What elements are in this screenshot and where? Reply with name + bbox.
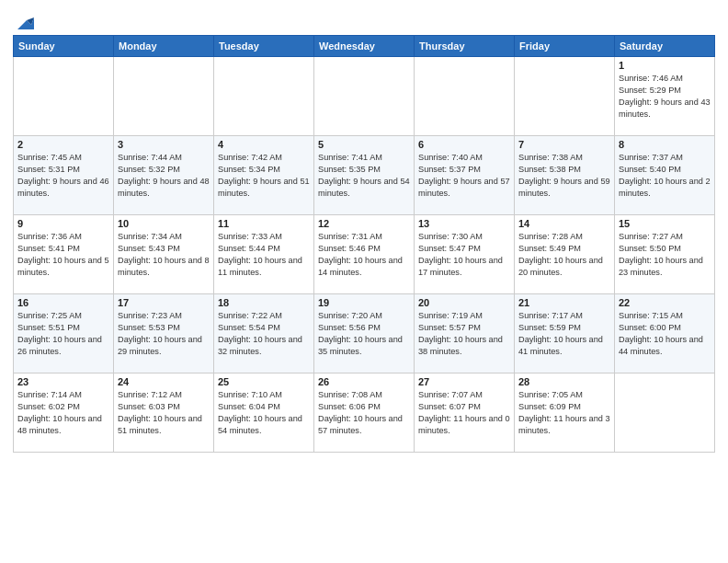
calendar-table: SundayMondayTuesdayWednesdayThursdayFrid…	[13, 35, 715, 453]
calendar-cell: 27Sunrise: 7:07 AM Sunset: 6:07 PM Dayli…	[415, 373, 515, 453]
day-number: 11	[218, 218, 310, 229]
calendar-cell: 1Sunrise: 7:46 AM Sunset: 5:29 PM Daylig…	[615, 57, 715, 136]
calendar-cell: 28Sunrise: 7:05 AM Sunset: 6:09 PM Dayli…	[515, 373, 615, 453]
day-info: Sunrise: 7:19 AM Sunset: 5:57 PM Dayligh…	[418, 310, 510, 358]
day-number: 1	[619, 60, 711, 71]
calendar-cell: 25Sunrise: 7:10 AM Sunset: 6:04 PM Dayli…	[214, 373, 314, 453]
weekday-header: Monday	[114, 36, 214, 57]
calendar-cell: 26Sunrise: 7:08 AM Sunset: 6:06 PM Dayli…	[314, 373, 415, 453]
day-number: 25	[218, 376, 310, 387]
day-number: 7	[518, 139, 610, 150]
day-info: Sunrise: 7:15 AM Sunset: 6:00 PM Dayligh…	[619, 310, 711, 358]
calendar-cell: 15Sunrise: 7:27 AM Sunset: 5:50 PM Dayli…	[615, 215, 715, 294]
calendar-week: 16Sunrise: 7:25 AM Sunset: 5:51 PM Dayli…	[14, 294, 715, 373]
calendar-cell: 23Sunrise: 7:14 AM Sunset: 6:02 PM Dayli…	[14, 373, 114, 453]
weekday-header: Tuesday	[214, 36, 314, 57]
calendar-cell	[14, 57, 114, 136]
day-info: Sunrise: 7:17 AM Sunset: 5:59 PM Dayligh…	[518, 310, 610, 358]
day-number: 12	[318, 218, 410, 229]
calendar-cell: 8Sunrise: 7:37 AM Sunset: 5:40 PM Daylig…	[615, 136, 715, 215]
day-number: 14	[518, 218, 610, 229]
day-number: 17	[118, 297, 210, 308]
calendar-cell	[114, 57, 214, 136]
day-number: 10	[118, 218, 210, 229]
day-info: Sunrise: 7:23 AM Sunset: 5:53 PM Dayligh…	[118, 310, 210, 358]
calendar-cell: 24Sunrise: 7:12 AM Sunset: 6:03 PM Dayli…	[114, 373, 214, 453]
calendar-cell: 9Sunrise: 7:36 AM Sunset: 5:41 PM Daylig…	[14, 215, 114, 294]
day-info: Sunrise: 7:27 AM Sunset: 5:50 PM Dayligh…	[619, 231, 711, 279]
day-info: Sunrise: 7:40 AM Sunset: 5:37 PM Dayligh…	[418, 152, 510, 200]
day-info: Sunrise: 7:42 AM Sunset: 5:34 PM Dayligh…	[218, 152, 310, 200]
day-number: 24	[118, 376, 210, 387]
calendar-cell: 3Sunrise: 7:44 AM Sunset: 5:32 PM Daylig…	[114, 136, 214, 215]
weekday-header: Wednesday	[314, 36, 415, 57]
day-number: 3	[118, 139, 210, 150]
day-number: 8	[619, 139, 711, 150]
calendar-cell: 7Sunrise: 7:38 AM Sunset: 5:38 PM Daylig…	[515, 136, 615, 215]
weekday-header: Sunday	[14, 36, 114, 57]
day-info: Sunrise: 7:08 AM Sunset: 6:06 PM Dayligh…	[318, 389, 410, 437]
day-number: 27	[418, 376, 510, 387]
day-info: Sunrise: 7:46 AM Sunset: 5:29 PM Dayligh…	[619, 73, 711, 121]
day-number: 13	[418, 218, 510, 229]
day-info: Sunrise: 7:38 AM Sunset: 5:38 PM Dayligh…	[518, 152, 610, 200]
calendar-cell: 12Sunrise: 7:31 AM Sunset: 5:46 PM Dayli…	[314, 215, 415, 294]
calendar-body: 1Sunrise: 7:46 AM Sunset: 5:29 PM Daylig…	[14, 57, 715, 453]
day-info: Sunrise: 7:25 AM Sunset: 5:51 PM Dayligh…	[17, 310, 109, 358]
day-info: Sunrise: 7:45 AM Sunset: 5:31 PM Dayligh…	[17, 152, 109, 200]
day-info: Sunrise: 7:22 AM Sunset: 5:54 PM Dayligh…	[218, 310, 310, 358]
day-number: 28	[518, 376, 610, 387]
calendar-cell	[615, 373, 715, 453]
day-info: Sunrise: 7:12 AM Sunset: 6:03 PM Dayligh…	[118, 389, 210, 437]
day-info: Sunrise: 7:28 AM Sunset: 5:49 PM Dayligh…	[518, 231, 610, 279]
calendar-cell: 10Sunrise: 7:34 AM Sunset: 5:43 PM Dayli…	[114, 215, 214, 294]
calendar-cell	[214, 57, 314, 136]
calendar-cell: 13Sunrise: 7:30 AM Sunset: 5:47 PM Dayli…	[415, 215, 515, 294]
calendar-week: 1Sunrise: 7:46 AM Sunset: 5:29 PM Daylig…	[14, 57, 715, 136]
day-info: Sunrise: 7:20 AM Sunset: 5:56 PM Dayligh…	[318, 310, 410, 358]
weekday-header: Thursday	[415, 36, 515, 57]
day-info: Sunrise: 7:07 AM Sunset: 6:07 PM Dayligh…	[418, 389, 510, 437]
calendar-cell	[415, 57, 515, 136]
day-number: 23	[17, 376, 109, 387]
day-number: 15	[619, 218, 711, 229]
header	[13, 9, 715, 29]
calendar-cell	[515, 57, 615, 136]
day-info: Sunrise: 7:37 AM Sunset: 5:40 PM Dayligh…	[619, 152, 711, 200]
day-number: 9	[17, 218, 109, 229]
weekday-row: SundayMondayTuesdayWednesdayThursdayFrid…	[14, 36, 715, 57]
calendar-cell: 16Sunrise: 7:25 AM Sunset: 5:51 PM Dayli…	[14, 294, 114, 373]
day-number: 2	[17, 139, 109, 150]
calendar-cell: 2Sunrise: 7:45 AM Sunset: 5:31 PM Daylig…	[14, 136, 114, 215]
calendar-cell: 19Sunrise: 7:20 AM Sunset: 5:56 PM Dayli…	[314, 294, 415, 373]
day-number: 16	[17, 297, 109, 308]
day-info: Sunrise: 7:34 AM Sunset: 5:43 PM Dayligh…	[118, 231, 210, 279]
day-number: 5	[318, 139, 410, 150]
calendar-cell: 4Sunrise: 7:42 AM Sunset: 5:34 PM Daylig…	[214, 136, 314, 215]
day-number: 18	[218, 297, 310, 308]
calendar-cell: 17Sunrise: 7:23 AM Sunset: 5:53 PM Dayli…	[114, 294, 214, 373]
calendar-cell: 18Sunrise: 7:22 AM Sunset: 5:54 PM Dayli…	[214, 294, 314, 373]
day-info: Sunrise: 7:31 AM Sunset: 5:46 PM Dayligh…	[318, 231, 410, 279]
calendar-week: 9Sunrise: 7:36 AM Sunset: 5:41 PM Daylig…	[14, 215, 715, 294]
calendar-header: SundayMondayTuesdayWednesdayThursdayFrid…	[14, 36, 715, 57]
calendar-cell: 6Sunrise: 7:40 AM Sunset: 5:37 PM Daylig…	[415, 136, 515, 215]
calendar-week: 2Sunrise: 7:45 AM Sunset: 5:31 PM Daylig…	[14, 136, 715, 215]
calendar-cell: 20Sunrise: 7:19 AM Sunset: 5:57 PM Dayli…	[415, 294, 515, 373]
day-number: 22	[619, 297, 711, 308]
calendar-cell	[314, 57, 415, 136]
weekday-header: Friday	[515, 36, 615, 57]
day-number: 26	[318, 376, 410, 387]
day-number: 20	[418, 297, 510, 308]
calendar-cell: 21Sunrise: 7:17 AM Sunset: 5:59 PM Dayli…	[515, 294, 615, 373]
calendar-week: 23Sunrise: 7:14 AM Sunset: 6:02 PM Dayli…	[14, 373, 715, 453]
calendar-cell: 5Sunrise: 7:41 AM Sunset: 5:35 PM Daylig…	[314, 136, 415, 215]
day-info: Sunrise: 7:14 AM Sunset: 6:02 PM Dayligh…	[17, 389, 109, 437]
logo	[13, 13, 34, 29]
calendar-cell: 14Sunrise: 7:28 AM Sunset: 5:49 PM Dayli…	[515, 215, 615, 294]
day-info: Sunrise: 7:44 AM Sunset: 5:32 PM Dayligh…	[118, 152, 210, 200]
page-container: SundayMondayTuesdayWednesdayThursdayFrid…	[0, 0, 728, 458]
day-info: Sunrise: 7:33 AM Sunset: 5:44 PM Dayligh…	[218, 231, 310, 279]
logo-icon	[14, 13, 34, 33]
day-number: 19	[318, 297, 410, 308]
